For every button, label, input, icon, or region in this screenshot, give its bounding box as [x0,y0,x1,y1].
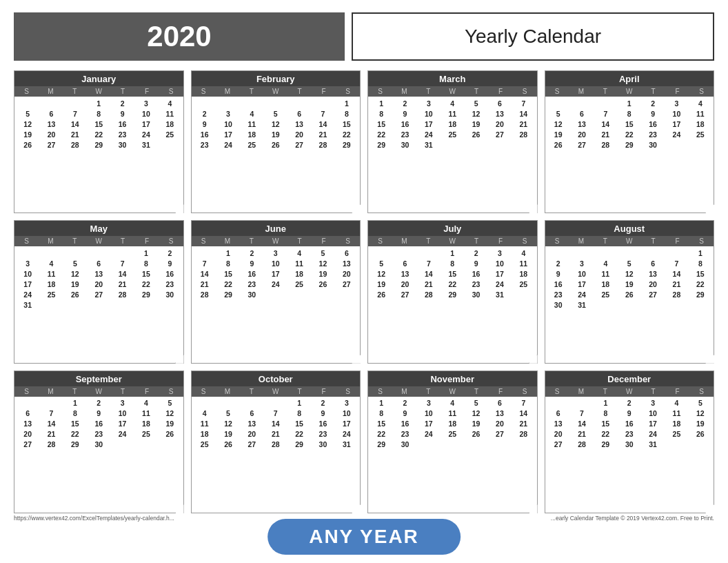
day-cell: 4 [240,108,263,119]
day-cell: 22 [287,429,311,439]
day-cell: 28 [110,289,134,299]
day-header: T [641,386,665,397]
day-cell: 23 [641,129,665,139]
day-cell: 24 [335,429,358,439]
day-cell: 25 [665,429,688,439]
day-cell: 14 [594,119,617,129]
day-cell: 3 [488,248,512,258]
day-cell: 21 [417,279,441,289]
day-cell: 24 [665,129,688,139]
day-cell-empty [193,248,216,258]
day-cell: 25 [689,129,712,139]
day-header: T [593,236,617,246]
day-cell: 1 [594,398,617,408]
day-cell-empty [594,248,617,258]
day-header: S [368,86,392,97]
day-cell: 13 [547,419,570,429]
day-cell: 16 [240,268,263,279]
day-header: M [569,86,593,97]
day-cell: 11 [665,408,688,419]
day-cell: 7 [63,108,87,119]
day-header: F [135,86,159,97]
day-cell: 16 [618,419,641,429]
day-cell: 6 [547,408,570,419]
day-header: S [159,236,183,246]
day-cell: 12 [464,108,487,119]
day-cell: 24 [264,279,287,289]
day-header: S [545,386,569,397]
day-cell: 8 [594,408,617,419]
days-grid: 1234567891011121314151617181920212223242… [545,397,714,513]
day-cell: 10 [134,108,158,119]
month-block-october: OctoberSMTWTFS12345678910111213141516171… [191,371,361,513]
day-cell: 3 [417,98,441,108]
day-cell: 8 [216,258,240,268]
day-header: S [545,86,569,97]
day-cell: 28 [665,289,688,299]
day-cell: 4 [512,248,535,258]
day-cell: 6 [39,108,63,119]
day-cell: 9 [193,119,216,129]
day-cell: 23 [311,429,334,439]
day-cell: 26 [311,279,334,289]
day-cell: 18 [193,429,216,439]
day-cell: 27 [570,139,594,150]
day-cell: 8 [689,258,712,268]
day-cell: 24 [488,279,512,289]
day-cell: 31 [335,439,358,450]
day-cell: 1 [335,98,358,108]
day-cell: 4 [158,98,181,108]
day-cell: 1 [370,98,393,108]
day-cell: 25 [240,139,263,150]
day-cell: 17 [216,129,240,139]
day-cell: 17 [264,268,287,279]
day-cell: 30 [110,139,134,150]
month-name: February [192,71,361,86]
days-grid: 1234567891011121314151617181920212223242… [192,246,361,362]
day-cell: 9 [393,408,416,419]
day-cell: 31 [134,139,158,150]
day-cell: 16 [464,268,487,279]
day-cell: 28 [39,439,63,450]
day-header: S [545,236,569,246]
day-cell: 31 [641,439,665,450]
day-cell: 20 [570,129,594,139]
day-cell: 21 [512,419,535,429]
day-cell: 17 [335,419,358,429]
day-cell-empty [570,248,594,258]
any-year-button[interactable]: ANY YEAR [267,519,461,555]
day-cell: 14 [665,268,688,279]
day-cell-empty [570,98,594,108]
day-cell: 28 [193,289,216,299]
day-header: S [689,236,714,246]
day-cell: 13 [393,268,416,279]
month-block-august: AugustSMTWTFS123456789101112131415161718… [545,220,715,363]
year-display: 2020 [14,12,345,61]
day-cell: 6 [641,258,665,268]
day-cell: 2 [240,248,263,258]
day-cell: 24 [216,139,240,150]
day-cell: 22 [370,429,393,439]
day-cell: 29 [370,439,393,450]
footer-right-text: ...early Calendar Template © 2019 Vertex… [551,515,714,522]
day-cell: 12 [547,119,570,129]
day-header: W [87,386,111,397]
day-cell: 19 [63,279,87,289]
day-cell-empty [39,248,63,258]
day-cell: 29 [689,289,712,299]
day-cell: 2 [618,398,641,408]
day-cell: 27 [641,289,665,299]
day-cell: 8 [618,108,641,119]
day-cell-empty [16,248,39,258]
day-cell: 5 [547,108,570,119]
day-cell: 5 [264,108,287,119]
day-header: S [368,236,392,246]
day-cell: 7 [512,398,535,408]
day-cell-empty [264,98,287,108]
month-name: November [368,371,537,386]
day-cell: 22 [134,279,158,289]
day-header: W [441,86,465,97]
day-cell: 9 [87,408,110,419]
day-cell: 1 [63,398,87,408]
day-cell: 17 [110,419,134,429]
